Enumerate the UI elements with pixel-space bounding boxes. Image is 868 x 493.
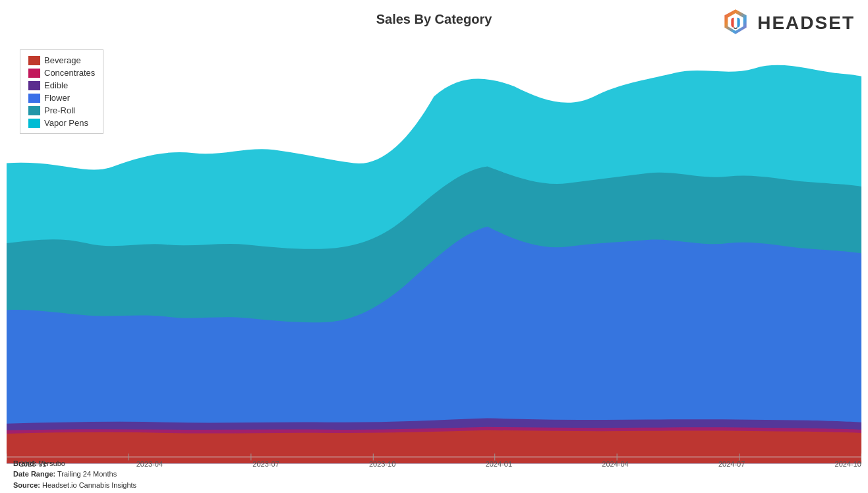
brand-label: Brand: [13,459,36,467]
legend-item-edible: Edible [28,80,95,90]
x-axis-labels: 2023-01 2023-04 2023-07 2023-10 2024-01 … [20,460,861,468]
chart-container: Sales By Category HEADSET [0,0,868,493]
logo-text: HEADSET [757,13,855,34]
footer-info: Brand: Versubo Date Range: Trailing 24 M… [13,458,136,491]
x-label-1: 2023-04 [136,460,163,468]
source-label: Source: [13,481,40,489]
legend-color-beverage [28,56,40,65]
legend-color-flower [28,94,40,103]
x-label-2: 2023-07 [252,460,279,468]
legend-color-vaporpens [28,119,40,128]
x-label-4: 2024-01 [486,460,512,468]
legend-item-concentrates: Concentrates [28,68,95,78]
legend-color-preroll [28,106,40,115]
legend-item-vaporpens: Vapor Pens [28,118,95,128]
footer-source: Source: Headset.io Cannabis Insights [13,480,136,491]
legend-label-preroll: Pre-Roll [44,105,75,115]
legend-item-flower: Flower [28,93,95,103]
brand-value: Versubo [39,459,65,467]
date-range-label: Date Range: [13,470,55,478]
header-logo: HEADSET [719,7,855,40]
x-label-3: 2023-10 [369,460,395,468]
legend-label-concentrates: Concentrates [44,68,95,78]
legend-item-preroll: Pre-Roll [28,105,95,115]
source-value: Headset.io Cannabis Insights [42,481,136,489]
footer-brand: Brand: Versubo [13,458,136,469]
headset-logo-icon [719,7,752,40]
area-chart [7,36,861,464]
legend-label-flower: Flower [44,93,70,103]
legend-color-edible [28,81,40,90]
x-label-7: 2024-10 [835,460,861,468]
legend-item-beverage: Beverage [28,55,95,65]
x-label-5: 2024-04 [602,460,628,468]
legend-label-beverage: Beverage [44,55,81,65]
chart-legend: Beverage Concentrates Edible Flower Pre-… [20,49,103,134]
x-label-6: 2024-07 [718,460,745,468]
legend-color-concentrates [28,69,40,78]
footer-date-range: Date Range: Trailing 24 Months [13,469,136,480]
legend-label-edible: Edible [44,80,68,90]
legend-label-vaporpens: Vapor Pens [44,118,88,128]
date-range-value: Trailing 24 Months [57,470,117,478]
